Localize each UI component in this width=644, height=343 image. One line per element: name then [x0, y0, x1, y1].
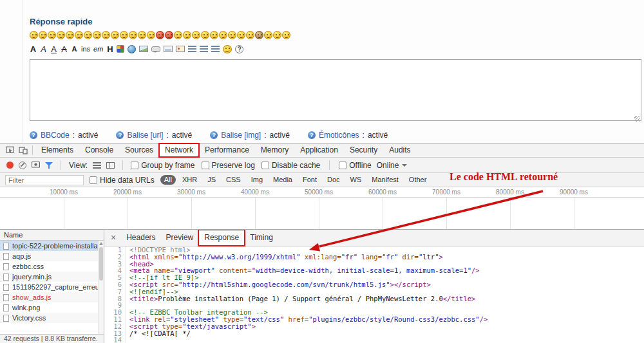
- devtools-tab-memory[interactable]: Memory: [255, 144, 294, 157]
- preserve-log-checkbox[interactable]: [202, 162, 209, 169]
- smiley-surprised-icon[interactable]: [138, 31, 146, 39]
- smiley-kiss-icon[interactable]: [129, 31, 137, 39]
- response-tab-timing[interactable]: Timing: [245, 230, 278, 246]
- info-icon[interactable]: [116, 131, 124, 139]
- response-tab-preview[interactable]: Preview: [161, 230, 199, 246]
- filter-input[interactable]: [5, 175, 84, 185]
- color-palette-icon[interactable]: [117, 45, 124, 53]
- devtools-tab-console[interactable]: Console: [79, 144, 119, 157]
- smiley-yikes-icon[interactable]: [201, 31, 209, 39]
- inspect-element-icon[interactable]: [4, 146, 17, 154]
- photo-icon[interactable]: [176, 46, 185, 52]
- close-icon[interactable]: ×: [109, 230, 121, 246]
- link-globe-icon[interactable]: [128, 45, 136, 53]
- bold-button[interactable]: A: [30, 44, 37, 54]
- smiley-rolleyes-icon[interactable]: [192, 31, 200, 39]
- offline-checkbox[interactable]: [339, 162, 346, 169]
- comment-icon[interactable]: [151, 46, 160, 52]
- info-icon[interactable]: [308, 131, 316, 139]
- filter-chip-font[interactable]: Font: [299, 175, 321, 185]
- devtools-tab-audits[interactable]: Audits: [383, 144, 416, 157]
- smiley-silent-icon[interactable]: [273, 31, 281, 39]
- filter-chip-all[interactable]: All: [160, 175, 176, 185]
- italic-button[interactable]: A: [40, 44, 47, 54]
- filter-chip-js[interactable]: JS: [204, 175, 220, 185]
- network-request-row[interactable]: topic-522-probleme-installati.: [0, 241, 104, 251]
- smiley-devil-icon[interactable]: [165, 31, 173, 39]
- smiley-happy-icon[interactable]: [102, 31, 110, 39]
- list-bullet-icon[interactable]: [188, 46, 196, 52]
- image-icon[interactable]: [139, 46, 148, 52]
- smiley-tongue-icon[interactable]: [111, 31, 119, 39]
- network-request-row[interactable]: wink.png: [0, 302, 104, 313]
- network-request-row[interactable]: Victory.css: [0, 313, 104, 323]
- smiley-eek-icon[interactable]: [228, 31, 236, 39]
- devtools-tab-elements[interactable]: Elements: [35, 144, 79, 157]
- network-request-row[interactable]: aqp.js: [0, 251, 104, 261]
- scroll-up-icon[interactable]: [99, 242, 103, 245]
- code-area[interactable]: 1<!DOCTYPE html>2<html xmlns="http://www…: [104, 246, 644, 343]
- overview-icon[interactable]: [106, 162, 115, 169]
- smiley-big-smile-icon[interactable]: [57, 31, 65, 39]
- em-button[interactable]: em: [93, 45, 103, 53]
- filter-chip-doc[interactable]: Doc: [323, 175, 344, 185]
- waterfall[interactable]: [0, 198, 644, 230]
- reply-textarea[interactable]: [30, 59, 641, 121]
- smiley-wink-icon[interactable]: [48, 31, 56, 39]
- smiley-cheeky-icon[interactable]: [264, 31, 272, 39]
- list-ordered-icon[interactable]: [200, 46, 208, 52]
- strike-button[interactable]: A: [61, 44, 68, 54]
- ins-button[interactable]: ins: [81, 45, 90, 53]
- group-by-frame-checkbox[interactable]: [131, 162, 138, 169]
- info-icon[interactable]: [210, 131, 218, 139]
- capture-screenshot-icon[interactable]: [32, 161, 40, 170]
- devtools-tab-network[interactable]: Network: [159, 144, 199, 157]
- smiley-angel-icon[interactable]: [210, 31, 218, 39]
- filter-chip-other[interactable]: Other: [405, 175, 431, 185]
- screen-icon[interactable]: [164, 46, 173, 52]
- smiley-sad-icon[interactable]: [174, 31, 182, 39]
- smiley-mad-icon[interactable]: [156, 31, 164, 39]
- help-icon[interactable]: [235, 45, 243, 53]
- smiley-cool-icon[interactable]: [93, 31, 101, 39]
- smiley-neutral-icon[interactable]: [39, 31, 47, 39]
- filter-chip-media[interactable]: Media: [269, 175, 296, 185]
- devtools-tab-security[interactable]: Security: [344, 144, 383, 157]
- smiley-icon[interactable]: [223, 45, 232, 53]
- devtools-tab-sources[interactable]: Sources: [119, 144, 159, 157]
- info-icon[interactable]: [30, 131, 37, 139]
- smiley-smile-icon[interactable]: [30, 31, 38, 39]
- clear-icon[interactable]: [19, 162, 26, 169]
- smiley-geek-icon[interactable]: [219, 31, 227, 39]
- smiley-monkey-icon[interactable]: [255, 31, 263, 39]
- font-size-button[interactable]: A: [71, 45, 78, 53]
- response-tab-response[interactable]: Response: [198, 230, 245, 246]
- network-request-row[interactable]: 1511952297_capture_erreur.: [0, 282, 104, 292]
- heading-button[interactable]: H: [106, 44, 113, 54]
- network-request-row[interactable]: show_ads.js: [0, 292, 104, 302]
- response-tab-headers[interactable]: Headers: [121, 230, 160, 246]
- underline-button[interactable]: A: [50, 44, 57, 54]
- filter-icon[interactable]: [45, 162, 53, 169]
- large-rows-icon[interactable]: [93, 162, 101, 169]
- filter-chip-manifest[interactable]: Manifest: [368, 175, 402, 185]
- network-request-row[interactable]: jquery.min.js: [0, 272, 104, 282]
- filter-chip-ws[interactable]: WS: [346, 175, 366, 185]
- name-column-header[interactable]: Name: [0, 230, 104, 241]
- record-icon[interactable]: [6, 162, 14, 169]
- devtools-tab-application[interactable]: Application: [294, 144, 344, 157]
- smiley-shocked-icon[interactable]: [237, 31, 245, 39]
- filter-chip-xhr[interactable]: XHR: [178, 175, 201, 185]
- list-check-icon[interactable]: [211, 46, 220, 52]
- hide-data-urls-checkbox[interactable]: [90, 176, 97, 184]
- throttling-dropdown[interactable]: Online: [377, 161, 408, 170]
- devtools-tab-performance[interactable]: Performance: [199, 144, 255, 157]
- filter-chip-img[interactable]: Img: [247, 175, 267, 185]
- smiley-laugh-icon[interactable]: [75, 31, 83, 39]
- smiley-grin-icon[interactable]: [66, 31, 74, 39]
- smiley-lol-icon[interactable]: [84, 31, 92, 39]
- smiley-cry-icon[interactable]: [183, 31, 191, 39]
- smiley-hmm-icon[interactable]: [147, 31, 155, 39]
- scrollbar-thumb[interactable]: [99, 247, 103, 281]
- smiley-razz-icon[interactable]: [120, 31, 128, 39]
